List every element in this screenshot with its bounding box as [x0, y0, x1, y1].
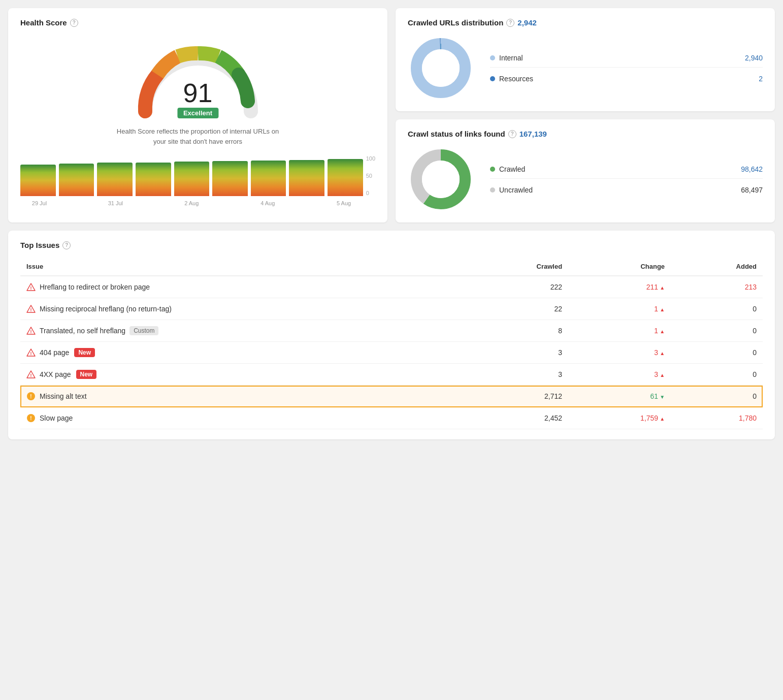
col-crawled: Crawled [462, 258, 568, 276]
crawl-status-legend: Crawled 98,642 Uncrawled 68,497 [490, 165, 763, 194]
health-chart: 29 Jul31 Jul2 Aug4 Aug5 Aug 100 50 0 [20, 155, 375, 206]
crawled-cell-1: 22 [462, 298, 568, 320]
crawled-urls-donut [408, 35, 474, 101]
donut-chart-svg [408, 35, 474, 101]
svg-point-7 [422, 161, 460, 198]
custom-badge-2: Custom [129, 326, 158, 335]
crawl-donut-svg [408, 146, 474, 212]
change-value-0: 211 [646, 283, 665, 291]
internal-label: Internal [499, 54, 523, 62]
bar-segment-2 [97, 163, 133, 196]
bar-segment-5 [212, 161, 248, 196]
health-score-card: Health Score ? [8, 8, 387, 222]
info-icon: ! [26, 392, 36, 401]
crawled-cell-4: 3 [462, 364, 568, 386]
crawled-dot [490, 167, 495, 172]
added-cell-5: 0 [671, 386, 763, 407]
new-badge-3: New [74, 348, 95, 357]
warning-icon: ! [26, 326, 36, 335]
x-label-1 [58, 200, 96, 206]
excellent-badge: Excellent [177, 108, 218, 118]
crawled-cell-3: 3 [462, 342, 568, 364]
added-cell-1: 0 [671, 298, 763, 320]
health-score-title: Health Score ? [20, 18, 375, 27]
change-cell-5: 61 [568, 386, 671, 407]
crawled-value[interactable]: 98,642 [732, 165, 763, 173]
bar-col-1 [59, 164, 94, 196]
internal-dot [490, 55, 495, 60]
bar-segment-8 [328, 159, 363, 196]
added-cell-2: 0 [671, 320, 763, 342]
col-change: Change [568, 258, 671, 276]
x-label-4: 2 Aug [173, 200, 211, 206]
issue-label-2: Translated, no self hreflang [40, 327, 125, 335]
bar-segment-7 [289, 160, 324, 196]
issue-label-1: Missing reciprocal hreflang (no return-t… [40, 305, 172, 313]
y-label-100: 100 [366, 155, 375, 162]
crawl-status-donut [408, 146, 474, 212]
legend-item-internal: Internal 2,940 [490, 54, 763, 68]
health-score-description: Health Score reflects the proportion of … [112, 126, 284, 146]
crawled-cell-6: 2,452 [462, 407, 568, 429]
table-row[interactable]: !Slow page2,4521,7591,780 [20, 407, 763, 429]
x-label-8: 5 Aug [325, 200, 363, 206]
crawl-status-content: Crawled 98,642 Uncrawled 68,497 [408, 146, 763, 212]
dashboard: Crawled URLs distribution ? 2,942 [8, 8, 775, 439]
bar-col-6 [251, 161, 286, 196]
issue-cell-0: !Hreflang to redirect or broken page [20, 276, 462, 298]
bar-segment-1 [59, 164, 94, 196]
crawled-cell-2: 8 [462, 320, 568, 342]
added-cell-6: 1,780 [671, 407, 763, 429]
internal-value[interactable]: 2,940 [732, 54, 763, 62]
svg-text:!: ! [30, 285, 32, 291]
bar-col-2 [97, 163, 133, 196]
y-label-50: 50 [366, 173, 375, 179]
change-value-3: 3 [654, 348, 665, 357]
table-row[interactable]: !4XX pageNew330 [20, 364, 763, 386]
top-issues-help-icon[interactable]: ? [62, 241, 71, 249]
change-value-4: 3 [654, 370, 665, 378]
health-chart-container: 29 Jul31 Jul2 Aug4 Aug5 Aug 100 50 0 [20, 155, 375, 206]
change-cell-3: 3 [568, 342, 671, 364]
table-row[interactable]: !Translated, no self hreflangCustom810 [20, 320, 763, 342]
crawled-urls-card: Crawled URLs distribution ? 2,942 [396, 8, 775, 111]
uncrawled-dot [490, 187, 495, 193]
bar-segment-3 [136, 163, 171, 196]
crawled-urls-title-text: Crawled URLs distribution [408, 18, 503, 27]
crawled-urls-help-icon[interactable]: ? [506, 19, 514, 27]
table-row[interactable]: !Missing reciprocal hreflang (no return-… [20, 298, 763, 320]
bar-segment-0 [20, 165, 56, 196]
change-value-2: 1 [654, 327, 665, 335]
bar-col-7 [289, 160, 324, 196]
issue-label-0: Hreflang to redirect or broken page [40, 283, 150, 291]
col-issue: Issue [20, 258, 462, 276]
bar-col-3 [136, 163, 171, 196]
issue-cell-2: !Translated, no self hreflangCustom [20, 320, 462, 342]
crawled-label: Crawled [499, 165, 525, 173]
svg-text:!: ! [30, 307, 32, 312]
crawl-status-card: Crawl status of links found ? 167,139 C [396, 119, 775, 222]
svg-point-2 [422, 49, 460, 87]
new-badge-4: New [76, 370, 97, 379]
crawled-cell-0: 222 [462, 276, 568, 298]
svg-text:!: ! [30, 394, 31, 399]
change-value-5: 61 [650, 392, 665, 400]
x-label-5 [211, 200, 249, 206]
change-cell-0: 211 [568, 276, 671, 298]
issues-table-body: !Hreflang to redirect or broken page2222… [20, 276, 763, 429]
crawled-urls-content: Internal 2,940 Resources 2 [408, 35, 763, 101]
health-score-help-icon[interactable]: ? [70, 19, 78, 27]
issue-cell-6: !Slow page [20, 407, 462, 429]
crawl-status-total: 167,139 [519, 130, 547, 138]
resources-value[interactable]: 2 [732, 75, 763, 83]
issue-cell-1: !Missing reciprocal hreflang (no return-… [20, 298, 462, 320]
change-value-1: 1 [654, 305, 665, 313]
table-row[interactable]: !404 pageNew330 [20, 342, 763, 364]
y-axis-labels: 100 50 0 [363, 155, 375, 196]
bar-col-5 [212, 161, 248, 196]
col-added: Added [671, 258, 763, 276]
legend-item-uncrawled: Uncrawled 68,497 [490, 186, 763, 194]
crawl-status-help-icon[interactable]: ? [508, 130, 516, 138]
table-row[interactable]: !Hreflang to redirect or broken page2222… [20, 276, 763, 298]
table-row[interactable]: !Missing alt text2,712610 [20, 386, 763, 407]
